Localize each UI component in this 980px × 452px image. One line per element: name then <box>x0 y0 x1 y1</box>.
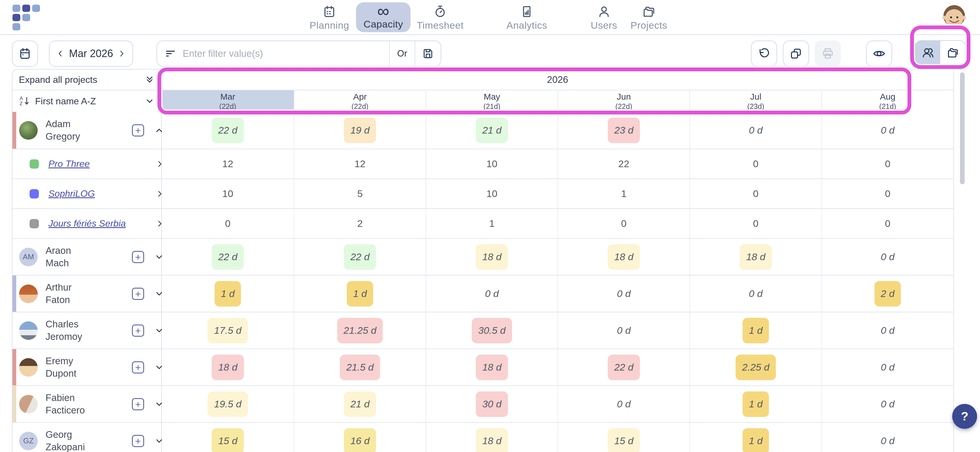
month-header-jul[interactable]: Jul(23d) <box>689 90 821 112</box>
filter-input[interactable] <box>182 48 389 59</box>
filter-or-button[interactable]: Or <box>390 48 415 59</box>
project-link[interactable]: Pro Three <box>48 159 89 169</box>
capacity-cell[interactable]: 0 d <box>558 386 689 422</box>
capacity-cell[interactable]: 0 d <box>821 112 953 149</box>
expand-row-chevron[interactable] <box>153 362 165 373</box>
add-assignment-button[interactable]: + <box>132 251 144 263</box>
month-header-may[interactable]: May(21d) <box>426 90 558 112</box>
open-project-chevron[interactable] <box>154 159 165 169</box>
allocation-cell[interactable]: 0 <box>162 209 294 238</box>
project-link[interactable]: Jours fériés Serbia <box>48 218 126 229</box>
expand-row-chevron[interactable] <box>153 398 165 410</box>
capacity-cell[interactable]: 21.25 d <box>294 312 426 349</box>
capacity-cell[interactable]: 2.25 d <box>689 349 821 385</box>
allocation-cell[interactable]: 2 <box>294 209 426 238</box>
allocation-cell[interactable]: 0 <box>689 179 821 208</box>
capacity-cell[interactable]: 18 d <box>689 239 821 275</box>
capacity-cell[interactable]: 22 d <box>294 239 426 275</box>
capacity-cell[interactable]: 19 d <box>294 112 426 149</box>
allocation-cell[interactable]: 0 <box>689 149 821 179</box>
capacity-cell[interactable]: 0 d <box>821 386 953 422</box>
capacity-cell[interactable]: 0 d <box>821 312 953 349</box>
calendar-button[interactable] <box>12 41 38 67</box>
capacity-cell[interactable]: 18 d <box>426 239 558 275</box>
expand-row-chevron[interactable] <box>153 288 165 300</box>
capacity-cell[interactable]: 23 d <box>558 112 689 149</box>
capacity-cell[interactable]: 17.5 d <box>162 312 294 349</box>
expand-row-chevron[interactable] <box>153 435 165 447</box>
capacity-cell[interactable]: 22 d <box>162 239 294 275</box>
capacity-cell[interactable]: 1 d <box>294 276 426 312</box>
month-header-aug[interactable]: Aug(21d) <box>821 90 953 112</box>
allocation-cell[interactable]: 1 <box>426 209 558 238</box>
nav-item-timesheet[interactable]: Timesheet <box>409 2 471 33</box>
allocation-cell[interactable]: 10 <box>426 179 558 208</box>
add-assignment-button[interactable]: + <box>132 398 144 410</box>
month-header-apr[interactable]: Apr(22d) <box>294 90 426 112</box>
capacity-cell[interactable]: 18 d <box>558 239 689 275</box>
add-assignment-button[interactable]: + <box>132 435 144 447</box>
nav-item-projects[interactable]: Projects <box>623 2 675 33</box>
capacity-cell[interactable]: 30 d <box>426 386 558 422</box>
capacity-cell[interactable]: 18 d <box>162 349 294 385</box>
capacity-cell[interactable]: 21 d <box>294 386 426 422</box>
help-button[interactable]: ? <box>952 404 977 429</box>
allocation-cell[interactable]: 12 <box>294 149 426 179</box>
allocation-cell[interactable]: 0 <box>689 209 821 238</box>
sort-dropdown[interactable]: A Z First name A-Z <box>13 90 162 112</box>
capacity-cell[interactable]: 18 d <box>426 423 558 452</box>
save-filter-button[interactable] <box>415 48 441 60</box>
add-assignment-button[interactable]: + <box>132 325 144 337</box>
preview-button[interactable] <box>866 41 892 67</box>
nav-item-planning[interactable]: Planning <box>302 2 356 33</box>
capacity-cell[interactable]: 0 d <box>689 276 821 312</box>
nav-item-analytics[interactable]: Analytics <box>499 2 555 33</box>
month-header-jun[interactable]: Jun(22d) <box>558 90 689 112</box>
capacity-cell[interactable]: 0 d <box>821 423 953 452</box>
copy-button[interactable] <box>783 41 809 67</box>
allocation-cell[interactable]: 10 <box>426 149 558 179</box>
capacity-cell[interactable]: 0 d <box>558 312 689 349</box>
projects-view-button[interactable] <box>940 41 965 65</box>
capacity-cell[interactable]: 18 d <box>426 349 558 385</box>
nav-item-capacity[interactable]: ∞ Capacity <box>356 2 410 32</box>
allocation-cell[interactable]: 5 <box>294 179 426 208</box>
allocation-cell[interactable]: 12 <box>162 149 294 179</box>
allocation-cell[interactable]: 0 <box>558 209 689 238</box>
capacity-cell[interactable]: 1 d <box>689 312 821 349</box>
capacity-cell[interactable]: 0 d <box>426 276 558 312</box>
capacity-cell[interactable]: 22 d <box>162 112 294 149</box>
capacity-cell[interactable]: 30.5 d <box>426 312 558 349</box>
undo-button[interactable] <box>751 41 777 67</box>
allocation-cell[interactable]: 22 <box>558 149 689 179</box>
capacity-cell[interactable]: 1 d <box>689 423 821 452</box>
allocation-cell[interactable]: 0 <box>821 149 953 179</box>
capacity-cell[interactable]: 15 d <box>162 423 294 452</box>
capacity-cell[interactable]: 0 d <box>689 112 821 149</box>
expand-row-chevron[interactable] <box>153 325 165 336</box>
expand-all-projects-button[interactable]: Expand all projects <box>13 70 162 90</box>
month-header-mar[interactable]: Mar(22d) <box>162 90 294 112</box>
allocation-cell[interactable]: 1 <box>558 179 689 208</box>
open-project-chevron[interactable] <box>154 219 165 229</box>
user-avatar[interactable] <box>940 2 968 30</box>
open-project-chevron[interactable] <box>154 189 165 199</box>
allocation-cell[interactable]: 0 <box>821 179 953 208</box>
project-link[interactable]: SophriLOG <box>48 188 95 199</box>
add-assignment-button[interactable]: + <box>132 124 144 136</box>
period-label[interactable]: Mar 2026 <box>69 48 113 60</box>
capacity-cell[interactable]: 21.5 d <box>294 349 426 385</box>
vertical-scrollbar-thumb[interactable] <box>960 73 965 184</box>
chevron-right-icon[interactable] <box>117 49 127 59</box>
capacity-cell[interactable]: 15 d <box>558 423 689 452</box>
collapse-row-chevron[interactable] <box>153 125 165 136</box>
people-view-button[interactable] <box>915 41 940 65</box>
capacity-cell[interactable]: 16 d <box>294 423 426 452</box>
capacity-cell[interactable]: 0 d <box>821 239 953 275</box>
capacity-cell[interactable]: 2 d <box>821 276 953 312</box>
capacity-cell[interactable]: 0 d <box>558 276 689 312</box>
capacity-cell[interactable]: 1 d <box>689 386 821 422</box>
add-assignment-button[interactable]: + <box>132 361 144 373</box>
chevron-left-icon[interactable] <box>56 49 65 59</box>
allocation-cell[interactable]: 10 <box>162 179 294 208</box>
